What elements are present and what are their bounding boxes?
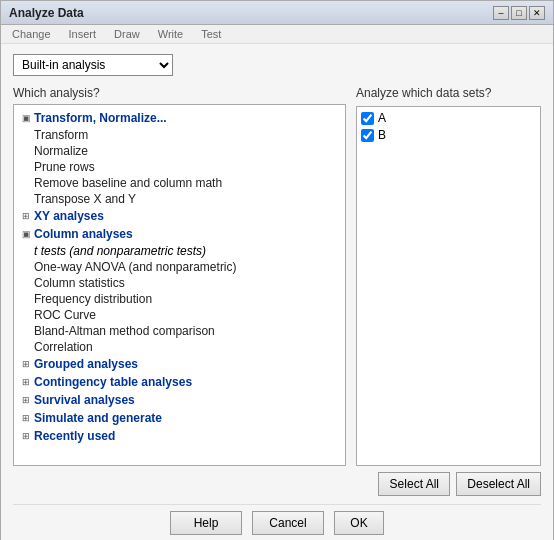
which-analysis-label: Which analysis? xyxy=(13,86,346,100)
tree-label-grouped: Grouped analyses xyxy=(34,357,138,371)
expander-recently: ⊞ xyxy=(18,428,34,444)
tree-section-survival[interactable]: ⊞ Survival analyses xyxy=(14,391,345,409)
tree-item-normalize[interactable]: Normalize xyxy=(14,143,345,159)
tree-section-column[interactable]: ▣ Column analyses xyxy=(14,225,345,243)
expander-transform: ▣ xyxy=(18,110,34,126)
ok-button[interactable]: OK xyxy=(334,511,384,535)
datasets-panel: A B xyxy=(356,106,541,466)
tree-label-recently: Recently used xyxy=(34,429,115,443)
tree-section-grouped[interactable]: ⊞ Grouped analyses xyxy=(14,355,345,373)
tree-label-transform-child: Transform xyxy=(34,128,88,142)
help-button[interactable]: Help xyxy=(170,511,242,535)
tree-section-recently[interactable]: ⊞ Recently used xyxy=(14,427,345,445)
dialog-title: Analyze Data xyxy=(9,6,84,20)
title-bar-controls: – □ ✕ xyxy=(493,6,545,20)
tree-label-ttests: t tests (and nonparametric tests) xyxy=(34,244,206,258)
tree-label-prune: Prune rows xyxy=(34,160,95,174)
dataset-label-b: B xyxy=(378,128,386,142)
analysis-dropdown[interactable]: Built-in analysis xyxy=(13,54,173,76)
tree-label-survival: Survival analyses xyxy=(34,393,135,407)
cancel-button[interactable]: Cancel xyxy=(252,511,324,535)
tree-label-normalize: Normalize xyxy=(34,144,88,158)
tree-item-transform[interactable]: Transform xyxy=(14,127,345,143)
select-all-button[interactable]: Select All xyxy=(378,472,450,496)
maximize-button[interactable]: □ xyxy=(511,6,527,20)
tree-label-roc: ROC Curve xyxy=(34,308,96,322)
tree-item-anova[interactable]: One-way ANOVA (and nonparametric) xyxy=(14,259,345,275)
expander-xy: ⊞ xyxy=(18,208,34,224)
deselect-all-button[interactable]: Deselect All xyxy=(456,472,541,496)
tree-section-transform[interactable]: ▣ Transform, Normalize... xyxy=(14,109,345,127)
tree-label-anova: One-way ANOVA (and nonparametric) xyxy=(34,260,237,274)
tree-label-simulate: Simulate and generate xyxy=(34,411,162,425)
tree-label-col-stats: Column statistics xyxy=(34,276,125,290)
dataset-checkbox-b[interactable] xyxy=(361,129,374,142)
tree-item-prune[interactable]: Prune rows xyxy=(14,159,345,175)
right-column: Analyze which data sets? A B xyxy=(356,86,541,466)
minimize-button[interactable]: – xyxy=(493,6,509,20)
tree-label-freq-dist: Frequency distribution xyxy=(34,292,152,306)
close-button[interactable]: ✕ xyxy=(529,6,545,20)
select-deselect-row: Select All Deselect All xyxy=(13,472,541,496)
title-bar: Analyze Data – □ ✕ xyxy=(1,1,553,25)
expander-contingency: ⊞ xyxy=(18,374,34,390)
expander-simulate: ⊞ xyxy=(18,410,34,426)
dropdown-row: Built-in analysis xyxy=(13,54,541,76)
expander-column: ▣ xyxy=(18,226,34,242)
expander-grouped: ⊞ xyxy=(18,356,34,372)
analyze-data-dialog: Analyze Data – □ ✕ Change Insert Draw Wr… xyxy=(0,0,554,540)
tree-section-contingency[interactable]: ⊞ Contingency table analyses xyxy=(14,373,345,391)
tree-label-column: Column analyses xyxy=(34,227,133,241)
tree-section-xy[interactable]: ⊞ XY analyses xyxy=(14,207,345,225)
menu-bar: Change Insert Draw Write Test xyxy=(1,25,553,44)
expander-survival: ⊞ xyxy=(18,392,34,408)
menu-draw[interactable]: Draw xyxy=(111,27,143,41)
tree-item-bland-altman[interactable]: Bland-Altman method comparison xyxy=(14,323,345,339)
dataset-label-a: A xyxy=(378,111,386,125)
tree-item-freq-dist[interactable]: Frequency distribution xyxy=(14,291,345,307)
tree-item-correlation[interactable]: Correlation xyxy=(14,339,345,355)
tree-label-contingency: Contingency table analyses xyxy=(34,375,192,389)
tree-item-roc[interactable]: ROC Curve xyxy=(14,307,345,323)
menu-change[interactable]: Change xyxy=(9,27,54,41)
tree-item-transpose[interactable]: Transpose X and Y xyxy=(14,191,345,207)
menu-test[interactable]: Test xyxy=(198,27,224,41)
tree-label-transform: Transform, Normalize... xyxy=(34,111,167,125)
tree-label-correlation: Correlation xyxy=(34,340,93,354)
menu-write[interactable]: Write xyxy=(155,27,186,41)
bottom-buttons: Help Cancel OK xyxy=(13,504,541,540)
tree-label-bland-altman: Bland-Altman method comparison xyxy=(34,324,215,338)
tree-label-remove-baseline: Remove baseline and column math xyxy=(34,176,222,190)
tree-panel: ▣ Transform, Normalize... Transform Norm… xyxy=(13,104,346,466)
dataset-item-a: A xyxy=(361,111,536,125)
datasets-label: Analyze which data sets? xyxy=(356,86,541,100)
tree-label-xy: XY analyses xyxy=(34,209,104,223)
dataset-checkbox-a[interactable] xyxy=(361,112,374,125)
tree-item-remove-baseline[interactable]: Remove baseline and column math xyxy=(14,175,345,191)
menu-insert[interactable]: Insert xyxy=(66,27,100,41)
tree-item-col-stats[interactable]: Column statistics xyxy=(14,275,345,291)
dataset-item-b: B xyxy=(361,128,536,142)
tree-item-ttests[interactable]: t tests (and nonparametric tests) xyxy=(14,243,345,259)
tree-label-transpose: Transpose X and Y xyxy=(34,192,136,206)
dialog-body: Built-in analysis Which analysis? ▣ Tran… xyxy=(1,44,553,540)
tree-section-simulate[interactable]: ⊞ Simulate and generate xyxy=(14,409,345,427)
